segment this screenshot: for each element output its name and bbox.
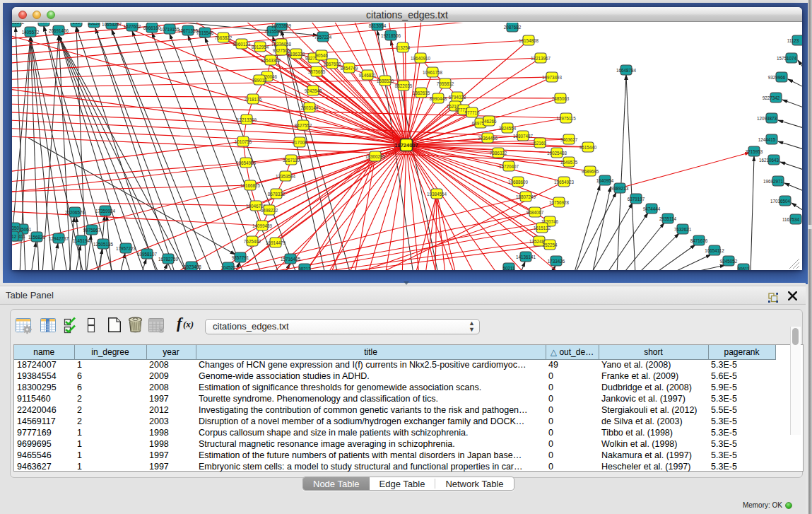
svg-text:10807487: 10807487 <box>513 134 534 139</box>
svg-text:7625402: 7625402 <box>244 239 261 244</box>
svg-text:17957223: 17957223 <box>116 246 136 251</box>
svg-text:1588520: 1588520 <box>377 78 394 83</box>
svg-text:9857791: 9857791 <box>232 255 249 260</box>
svg-text:19654923: 19654923 <box>554 180 575 185</box>
svg-text:2803144: 2803144 <box>301 105 319 110</box>
svg-text:1405572: 1405572 <box>22 30 40 35</box>
svg-text:8427552: 8427552 <box>295 123 312 128</box>
svg-text:8822035: 8822035 <box>395 83 413 88</box>
svg-text:15716485: 15716485 <box>281 257 301 262</box>
svg-text:98213: 98213 <box>298 267 311 271</box>
svg-text:16914479: 16914479 <box>266 240 286 245</box>
svg-text:10961758: 10961758 <box>423 70 443 75</box>
svg-text:10719155: 10719155 <box>160 27 180 32</box>
svg-text:10653287: 10653287 <box>102 23 122 27</box>
svg-text:7350: 7350 <box>12 226 19 230</box>
svg-text:10688609: 10688609 <box>508 180 529 185</box>
svg-text:6966160: 6966160 <box>143 25 161 30</box>
svg-text:6379197: 6379197 <box>628 197 645 201</box>
svg-text:14099489: 14099489 <box>252 223 273 228</box>
svg-text:104522: 104522 <box>220 265 236 270</box>
svg-text:989012: 989012 <box>252 78 267 83</box>
svg-text:8678332: 8678332 <box>268 192 286 197</box>
svg-text:8990448: 8990448 <box>430 96 447 101</box>
svg-text:10671355: 10671355 <box>178 28 199 33</box>
svg-text:16782759: 16782759 <box>158 257 179 262</box>
svg-text:17359924: 17359924 <box>95 209 116 214</box>
svg-text:12975115: 12975115 <box>556 116 576 121</box>
svg-text:1145194: 1145194 <box>73 238 90 243</box>
svg-text:1405572: 1405572 <box>12 23 25 25</box>
svg-text:18640910: 18640910 <box>411 56 431 61</box>
svg-text:7386322: 7386322 <box>490 151 507 156</box>
svg-text:7663822: 7663822 <box>215 35 233 40</box>
svg-text:10973493: 10973493 <box>542 75 563 80</box>
svg-text:113254: 113254 <box>396 45 411 50</box>
svg-text:3875685: 3875685 <box>308 69 326 74</box>
svg-text:1362615: 1362615 <box>413 90 430 95</box>
svg-text:17016504: 17016504 <box>770 199 791 204</box>
svg-text:16210643: 16210643 <box>759 158 779 163</box>
svg-text:15720407: 15720407 <box>499 164 519 169</box>
svg-text:1615132: 1615132 <box>534 226 551 230</box>
svg-text:252254: 252254 <box>542 243 558 247</box>
svg-text:7357224: 7357224 <box>314 35 332 40</box>
svg-text:12093873: 12093873 <box>757 116 777 121</box>
svg-text:8471676: 8471676 <box>690 238 708 243</box>
svg-text:912: 912 <box>12 234 17 239</box>
svg-text:10756928: 10756928 <box>549 200 570 205</box>
svg-text:6794028: 6794028 <box>449 95 466 100</box>
svg-text:2718176: 2718176 <box>245 97 262 102</box>
svg-text:19166825: 19166825 <box>240 183 261 188</box>
svg-text:9245052: 9245052 <box>720 259 738 264</box>
svg-text:14136141: 14136141 <box>516 255 536 259</box>
svg-text:2867608: 2867608 <box>324 62 341 66</box>
svg-text:1549575: 1549575 <box>560 160 578 165</box>
svg-text:19654985: 19654985 <box>236 160 257 165</box>
svg-text:11123: 11123 <box>787 38 799 43</box>
svg-text:16033809: 16033809 <box>271 23 292 28</box>
svg-text:1733426: 1733426 <box>548 259 565 264</box>
svg-text:19218506: 19218506 <box>381 33 401 38</box>
svg-text:989: 989 <box>40 23 48 24</box>
svg-text:3498222: 3498222 <box>261 208 278 213</box>
svg-text:12505135: 12505135 <box>93 242 114 247</box>
svg-text:90611: 90611 <box>737 267 750 271</box>
svg-text:62160: 62160 <box>534 141 546 146</box>
svg-text:12353594: 12353594 <box>276 174 296 179</box>
svg-text:(x): (x) <box>183 319 194 329</box>
svg-text:9515440: 9515440 <box>579 145 597 150</box>
svg-text:16154808: 16154808 <box>519 38 539 43</box>
svg-text:210: 210 <box>73 23 81 25</box>
svg-text:8912954: 8912954 <box>252 45 269 49</box>
svg-text:15751074: 15751074 <box>777 56 797 61</box>
svg-text:20691406: 20691406 <box>49 28 69 33</box>
svg-text:16543362: 16543362 <box>261 58 281 63</box>
svg-text:9227342: 9227342 <box>763 95 780 100</box>
svg-text:95137: 95137 <box>88 23 100 25</box>
svg-text:9146821: 9146821 <box>359 73 377 78</box>
svg-text:1156829: 1156829 <box>28 235 46 240</box>
svg-text:2087682: 2087682 <box>504 25 522 30</box>
svg-text:1640954: 1640954 <box>596 178 614 183</box>
svg-text:746266: 746266 <box>481 119 497 124</box>
svg-text:10654112: 10654112 <box>705 248 724 253</box>
svg-text:8454749: 8454749 <box>341 66 358 71</box>
svg-text:8813054: 8813054 <box>369 23 387 28</box>
svg-text:9684067: 9684067 <box>526 210 544 215</box>
svg-text:19384554: 19384554 <box>427 192 447 197</box>
svg-text:217004: 217004 <box>292 140 307 145</box>
svg-text:90546: 90546 <box>315 53 328 58</box>
svg-text:9389213: 9389213 <box>611 186 629 191</box>
svg-text:12942737: 12942737 <box>49 236 69 241</box>
svg-text:10025488: 10025488 <box>547 151 567 156</box>
svg-text:7632621: 7632621 <box>674 227 692 232</box>
svg-text:9242848: 9242848 <box>305 88 322 93</box>
svg-text:18300295: 18300295 <box>365 154 386 159</box>
svg-text:12213967: 12213967 <box>531 56 551 61</box>
svg-text:20364456: 20364456 <box>478 136 498 141</box>
svg-text:7955812: 7955812 <box>437 81 454 86</box>
svg-text:1527602: 1527602 <box>124 24 141 29</box>
svg-text:2935114: 2935114 <box>659 216 677 221</box>
svg-text:9689695: 9689695 <box>582 169 599 174</box>
